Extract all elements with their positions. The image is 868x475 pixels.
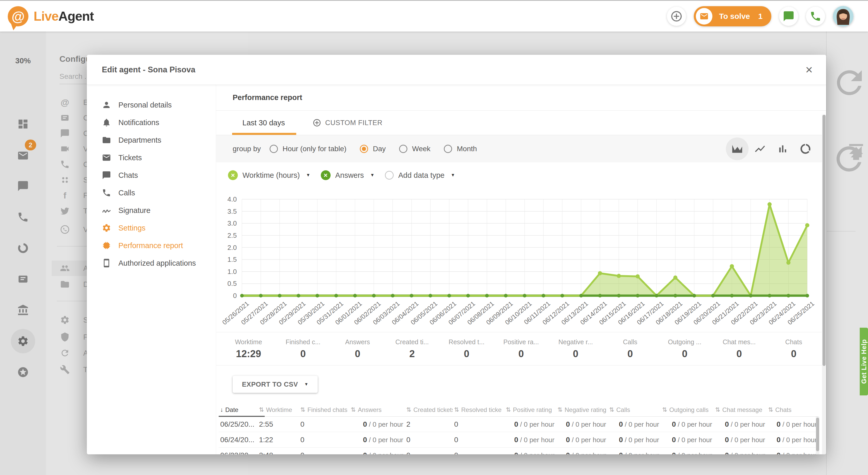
bar-chart-button[interactable] bbox=[771, 137, 794, 160]
performance-chart[interactable]: 4.03.53.02.52.01.51.00.5005/26/202105/27… bbox=[216, 188, 826, 332]
column-header-outgoing-calls[interactable]: ⇅Outgoing calls bbox=[661, 406, 714, 413]
sort-icon: ⇅ bbox=[259, 406, 264, 413]
column-header-chats[interactable]: ⇅Chats bbox=[767, 406, 818, 413]
column-header-negative-rating[interactable]: ⇅Negative rating bbox=[556, 406, 608, 413]
plus-circle-icon bbox=[313, 119, 321, 127]
chevron-down-icon[interactable]: ▼ bbox=[370, 172, 375, 178]
nav-settings[interactable]: Settings bbox=[87, 219, 216, 237]
radio-week[interactable]: Week bbox=[399, 145, 430, 153]
column-header-date[interactable]: ↓Date bbox=[219, 406, 257, 413]
table-cell: 0 / 0 per hour bbox=[608, 451, 661, 454]
sort-desc-icon: ↓ bbox=[220, 406, 223, 413]
tab-last-30-days[interactable]: Last 30 days bbox=[232, 119, 295, 127]
radio-hour[interactable]: Hour (only for table) bbox=[270, 145, 346, 153]
plus-circle-icon bbox=[671, 10, 682, 22]
column-header-resolved-ticke[interactable]: ⇅Resolved ticke bbox=[453, 406, 504, 413]
tab-custom-filter[interactable]: CUSTOM FILTER bbox=[313, 119, 382, 127]
nav-calls[interactable]: Calls bbox=[87, 184, 216, 201]
nav-notifications[interactable]: Notifications bbox=[87, 114, 216, 131]
table-row[interactable]: 06/24/20...1:2200 / 0 per hour000 / 0 pe… bbox=[219, 432, 818, 448]
sort-icon: ⇅ bbox=[454, 406, 459, 413]
summary-row: Worktime12:29Finished c...0Answers0Creat… bbox=[216, 332, 826, 366]
summary-item: Resolved t...0 bbox=[439, 338, 494, 359]
column-header-answers[interactable]: ⇅Answers bbox=[349, 406, 405, 413]
chevron-down-icon[interactable]: ▼ bbox=[451, 172, 455, 178]
table-cell: 0 / 0 per hour bbox=[661, 451, 714, 454]
table-cell: 0 / 0 per hour bbox=[661, 420, 714, 429]
scrollbar-thumb[interactable] bbox=[823, 115, 826, 366]
nav-personal-details[interactable]: Personal details bbox=[87, 96, 216, 114]
chats-button[interactable] bbox=[779, 7, 798, 26]
column-label: Outgoing calls bbox=[669, 406, 709, 413]
chevron-down-icon[interactable]: ▼ bbox=[306, 172, 310, 178]
line-chart-button[interactable] bbox=[749, 137, 771, 160]
nav-label: Calls bbox=[118, 189, 135, 197]
nav-authorized-applications[interactable]: Authorized applications bbox=[87, 254, 216, 272]
column-header-calls[interactable]: ⇅Calls bbox=[608, 406, 661, 413]
calls-button[interactable] bbox=[806, 7, 825, 26]
summary-label: Outgoing ... bbox=[657, 338, 712, 346]
nav-label: Chats bbox=[118, 171, 138, 180]
column-label: Date bbox=[225, 406, 239, 413]
logo-agent: Agent bbox=[58, 9, 94, 24]
remove-icon[interactable]: × bbox=[321, 170, 331, 180]
radio-day[interactable]: Day bbox=[360, 145, 386, 153]
sort-icon: ⇅ bbox=[768, 406, 773, 413]
radio-label: Hour (only for table) bbox=[282, 145, 346, 153]
add-button[interactable] bbox=[667, 7, 686, 26]
nav-signature[interactable]: Signature bbox=[87, 201, 216, 219]
column-label: Negative rating bbox=[564, 406, 606, 413]
column-header-finished-chats[interactable]: ⇅Finished chats bbox=[299, 406, 349, 413]
column-header-worktime[interactable]: ⇅Worktime bbox=[257, 406, 299, 413]
radio-month[interactable]: Month bbox=[444, 145, 477, 153]
remove-icon[interactable]: × bbox=[228, 170, 238, 180]
column-header-positive-rating[interactable]: ⇅Positive rating bbox=[504, 406, 556, 413]
active-tab-indicator bbox=[232, 133, 296, 135]
liveagent-logo[interactable]: @ LiveAgent bbox=[8, 6, 94, 26]
nav-tickets[interactable]: Tickets bbox=[87, 149, 216, 166]
to-solve-button[interactable]: To solve 1 bbox=[694, 6, 771, 26]
table-cell: 0 / 0 per hour bbox=[767, 451, 818, 454]
nav-performance-report[interactable]: Performance report bbox=[87, 237, 216, 254]
nav-departments[interactable]: Departments bbox=[87, 131, 216, 149]
table-row[interactable]: 06/23/20...3:4800 / 0 per hour000 / 0 pe… bbox=[219, 448, 818, 454]
summary-item: Created ti...2 bbox=[385, 338, 439, 359]
tabs-row: Last 30 days CUSTOM FILTER bbox=[216, 110, 826, 135]
export-to-csv-button[interactable]: EXPORT TO CSV ▼ bbox=[232, 376, 318, 393]
summary-label: Negative r... bbox=[548, 338, 603, 346]
sort-icon: ⇅ bbox=[715, 406, 720, 413]
nav-label: Notifications bbox=[118, 118, 159, 127]
summary-value: 2 bbox=[385, 348, 439, 359]
folder-icon bbox=[102, 135, 111, 145]
donut-chart-button[interactable] bbox=[794, 137, 817, 160]
chart-plot-area[interactable] bbox=[242, 199, 807, 296]
close-icon[interactable]: × bbox=[805, 64, 813, 76]
chip-worktime[interactable]: × Worktime (hours) ▼ bbox=[228, 170, 310, 180]
column-header-created-tickets[interactable]: ⇅Created tickets bbox=[405, 406, 453, 413]
modal-scrollbar[interactable] bbox=[822, 115, 826, 454]
area-chart-icon bbox=[731, 143, 743, 155]
column-label: Created tickets bbox=[413, 406, 453, 413]
user-avatar[interactable] bbox=[833, 6, 854, 27]
y-axis-tick: 3.5 bbox=[216, 208, 237, 216]
summary-label: Chat mes... bbox=[712, 338, 767, 346]
modal-content: Performance report Last 30 days CUSTOM F… bbox=[216, 85, 826, 454]
add-data-type[interactable]: Add data type ▼ bbox=[385, 171, 455, 180]
summary-label: Created ti... bbox=[385, 338, 439, 346]
table-scrollbar[interactable] bbox=[816, 417, 819, 454]
nav-chats[interactable]: Chats bbox=[87, 166, 216, 184]
scrollbar-thumb[interactable] bbox=[816, 418, 819, 451]
table-cell: 0 bbox=[299, 436, 349, 444]
radio-label: Month bbox=[457, 145, 477, 153]
y-axis-tick: 0 bbox=[216, 292, 237, 300]
add-data-type-label: Add data type bbox=[398, 171, 444, 180]
area-chart-button[interactable] bbox=[726, 137, 749, 160]
summary-item: Chats0 bbox=[767, 338, 821, 359]
table-row[interactable]: 06/25/20...2:5500 / 0 per hour200 / 0 pe… bbox=[219, 417, 818, 432]
column-header-chat-message[interactable]: ⇅Chat message bbox=[714, 406, 767, 413]
y-axis-tick: 2.0 bbox=[216, 244, 237, 252]
chip-answers[interactable]: × Answers ▼ bbox=[321, 170, 375, 180]
person-icon bbox=[102, 100, 111, 109]
get-live-help-tab[interactable]: Get Live Help bbox=[860, 328, 868, 395]
table-cell: 0 bbox=[405, 436, 453, 444]
